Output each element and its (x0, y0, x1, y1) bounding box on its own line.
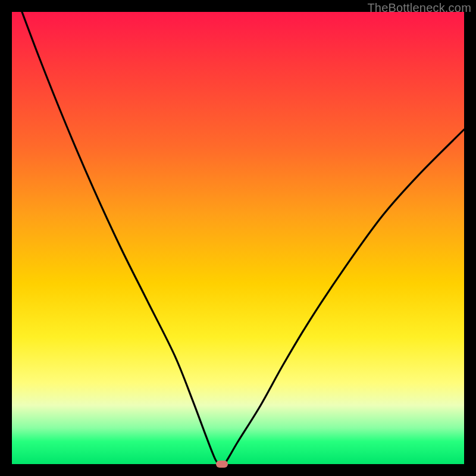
chart-frame: TheBottleneck.com (0, 0, 476, 476)
minimum-marker (216, 461, 228, 468)
chart-plot-area (12, 12, 464, 464)
bottleneck-curve (12, 12, 464, 464)
watermark-text: TheBottleneck.com (367, 1, 471, 15)
